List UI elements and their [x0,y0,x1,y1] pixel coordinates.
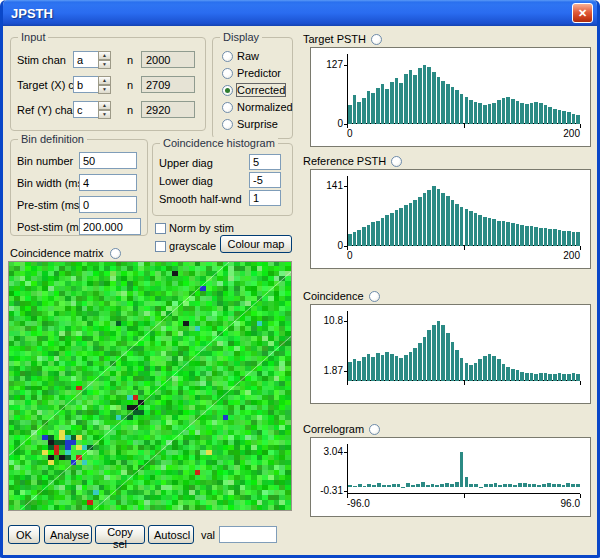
histogram-bar [390,213,394,246]
close-button[interactable]: ✕ [572,3,593,23]
histogram-bar [427,67,431,124]
histogram-bar [397,484,401,487]
grayscale-checkbox[interactable] [155,241,166,252]
display-option-predictor[interactable]: Predictor [222,67,281,79]
normalized-radio[interactable] [222,102,233,113]
histogram-bar [566,483,570,487]
y-axis-tick-label: 127 [313,59,343,70]
coincidence-chart-radio[interactable] [369,291,380,302]
histogram-bar [557,484,561,487]
histogram-bar [525,226,529,246]
histogram-bar [506,97,510,124]
y-axis-tick [344,186,348,187]
spin-down-icon[interactable]: ▼ [98,85,111,94]
spin-down-icon[interactable]: ▼ [98,110,111,119]
histogram-bar [503,484,507,487]
norm-by-stim-checkbox[interactable] [155,223,166,234]
val-input[interactable] [219,526,277,543]
coincidence-chart-header: Coincidence [303,290,380,302]
histogram-bar [353,486,357,487]
autoscl-button[interactable]: Autoscl [148,525,194,544]
histogram-bar [432,72,436,124]
ok-button[interactable]: OK [8,525,40,544]
display-option-raw[interactable]: Raw [222,50,259,62]
spin-up-icon[interactable]: ▲ [98,101,111,110]
y-axis-tick-label: 0 [313,118,343,129]
x-axis-tick-label: 0 [347,128,353,139]
histogram-bar [409,352,413,381]
histogram-bar [437,77,441,124]
x-axis-tick [580,494,581,498]
histogram-bar [455,204,459,246]
histogram-bar [547,483,551,487]
pre-stim-input[interactable] [79,196,137,213]
bin-width-input[interactable] [79,174,137,191]
histogram-bar [465,209,469,246]
bin-number-input[interactable] [79,152,137,169]
reference-psth-header: Reference PSTH [303,155,402,167]
histogram-bar [411,485,415,487]
histogram-bar [385,89,389,124]
x-axis-tick-label: 200 [563,128,580,139]
display-option-surprise[interactable]: Surprise [222,118,278,130]
predictor-radio[interactable] [222,68,233,79]
histogram-bar [445,483,449,487]
colour-map-button[interactable]: Colour map [220,235,292,253]
histogram-bar [376,88,380,124]
ref-n-value: 2920 [141,101,195,118]
titlebar[interactable]: JPSTH ✕ [3,0,597,26]
ref-chan-input[interactable] [73,101,99,118]
reference-psth-title: Reference PSTH [303,155,386,167]
histogram-bar [418,68,422,124]
ref-chan-spinner[interactable]: ▲▼ [98,101,111,118]
analyse-button[interactable]: Analyse [44,525,92,544]
target-psth-radio[interactable] [371,34,382,45]
raw-radio[interactable] [222,51,233,62]
correlogram-radio[interactable] [369,424,380,435]
histogram-bar [576,484,580,487]
lower-diag-input[interactable] [249,172,281,188]
histogram-bar [423,193,427,246]
display-option-normalized[interactable]: Normalized [222,101,293,113]
spin-up-icon[interactable]: ▲ [98,76,111,85]
copy-sel-button[interactable]: Copy sel [95,525,145,544]
histogram-bar [409,70,413,124]
histogram-bar [567,231,571,246]
smooth-half-wnd-input[interactable] [249,190,281,206]
histogram-bar [387,485,391,487]
upper-diag-input[interactable] [249,154,281,170]
histogram-bar [441,81,445,124]
histogram-bar [371,93,375,124]
histogram-bar [513,485,517,487]
surprise-radio[interactable] [222,119,233,130]
norm-by-stim-row: Norm by stim [155,222,234,234]
histogram-bar [497,359,501,381]
histogram-bar [451,200,455,246]
coincidence-matrix-heatmap[interactable] [8,261,292,511]
post-stim-input[interactable] [79,218,141,235]
y-axis-tick [344,452,348,453]
spin-up-icon[interactable]: ▲ [98,51,111,60]
target-chan-spinner[interactable]: ▲▼ [98,76,111,93]
spin-down-icon[interactable]: ▼ [98,60,111,69]
pre-stim-label: Pre-stim (ms) [17,199,83,211]
stim-chan-input[interactable] [73,51,99,68]
coincidence-matrix-radio[interactable] [110,248,121,259]
corrected-radio[interactable] [222,85,233,96]
x-axis-tick-label: 0 [347,250,353,261]
histogram-bar [441,193,445,246]
histogram-bar [516,101,520,124]
stim-chan-spinner[interactable]: ▲▼ [98,51,111,68]
histogram-bar [460,452,464,487]
histogram-bar [483,217,487,246]
reference-psth-radio[interactable] [391,156,402,167]
histogram-bar [399,208,403,246]
histogram-bar [423,65,427,124]
histogram-bar [455,482,459,487]
histogram-bar [576,374,580,381]
histogram-bar [460,358,464,381]
histogram-bar [562,231,566,246]
histogram-bar [558,373,562,381]
display-option-corrected[interactable]: Corrected [222,84,285,96]
target-chan-input[interactable] [73,76,99,93]
